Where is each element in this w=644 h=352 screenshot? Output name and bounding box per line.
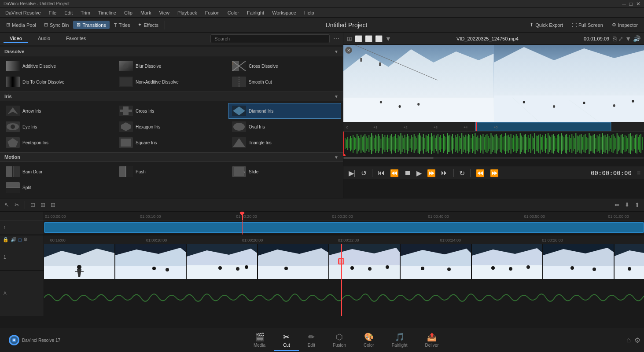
tab-video[interactable]: Video xyxy=(4,34,28,43)
preview-icon-1[interactable]: ⬜ xyxy=(355,35,362,42)
nav-item-deliver[interactable]: 📤 Deliver xyxy=(416,330,447,351)
effect-diamond-iris[interactable]: Diamond Iris xyxy=(228,103,341,119)
video-track-icon[interactable]: □ xyxy=(18,237,22,242)
menu-timeline[interactable]: Timeline xyxy=(95,9,120,16)
preview-icon-copy[interactable]: ⎘ xyxy=(613,35,616,42)
menu-davinci-resolve[interactable]: DaVinci Resolve xyxy=(2,9,44,16)
nav-item-color[interactable]: 🎨 Color xyxy=(355,330,383,351)
search-input[interactable] xyxy=(210,34,330,43)
tl-fwd2[interactable]: ⬆ xyxy=(633,201,641,209)
preview-icon-3[interactable]: ⬜ xyxy=(375,35,383,42)
effect-slide[interactable]: Slide xyxy=(228,164,341,180)
tl-fwd[interactable]: ⬇ xyxy=(623,201,631,209)
transport-fast-forward[interactable]: ⏩ xyxy=(488,168,500,178)
transitions-button[interactable]: ⊠ Transitions xyxy=(73,21,109,29)
transport-prev-frame[interactable]: ⏪ xyxy=(388,168,401,178)
menu-playback[interactable]: Playback xyxy=(174,9,201,16)
preview-icon-audio[interactable]: 🔊 xyxy=(633,35,640,42)
transport-replay[interactable]: ↻ xyxy=(457,168,467,178)
effect-blur-dissolve[interactable]: Blur Dissolve xyxy=(115,58,228,74)
nav-home-icon[interactable]: ⌂ xyxy=(626,336,631,344)
titles-button[interactable]: T Titles xyxy=(110,21,134,29)
quick-export-button[interactable]: ⬆ Quick Export xyxy=(526,21,567,29)
menu-workspace[interactable]: Workspace xyxy=(269,9,300,16)
tab-favorites[interactable]: Favorites xyxy=(60,34,92,43)
effects-button[interactable]: ✦ Effects xyxy=(134,21,162,29)
full-screen-button[interactable]: ⛶ Full Screen xyxy=(568,21,607,29)
nav-item-edit[interactable]: ✏ Edit xyxy=(299,330,324,351)
sync-bin-button[interactable]: ⊟ Sync Bin xyxy=(40,21,72,29)
tab-audio[interactable]: Audio xyxy=(32,34,56,43)
menu-fusion[interactable]: Fusion xyxy=(202,9,223,16)
audio-icon[interactable]: 🔊 xyxy=(11,237,17,242)
preview-icon-4[interactable]: ▼ xyxy=(385,35,391,42)
tl-mark-in[interactable]: ⊡ xyxy=(29,201,37,209)
transport-play-in[interactable]: ▶| xyxy=(347,168,357,178)
tl-select-tool[interactable]: ↖ xyxy=(3,201,11,209)
preview-icon-2[interactable]: ⬜ xyxy=(365,35,372,42)
effect-square-iris[interactable]: Square Iris xyxy=(115,135,228,150)
window-close[interactable]: ✕ xyxy=(636,1,640,7)
tl-mark-out[interactable]: ⊞ xyxy=(39,201,47,209)
preview-icon-fit[interactable]: ⤢ xyxy=(618,35,623,42)
effect-non-additive[interactable]: Non-Additive Dissolve xyxy=(115,74,228,90)
effect-cross-iris[interactable]: Cross Iris xyxy=(115,103,228,119)
lock-icon[interactable]: 🔒 xyxy=(3,237,9,242)
nav-item-fairlight[interactable]: 🎵 Fairlight xyxy=(383,330,416,351)
effect-dip-to-color[interactable]: Dip To Color Dissolve xyxy=(2,74,115,90)
menu-trim[interactable]: Trim xyxy=(77,9,94,16)
effect-pentagon-iris[interactable]: Pentagon Iris xyxy=(2,135,115,150)
effect-oval-iris[interactable]: Oval Iris xyxy=(228,119,341,135)
transport-stop[interactable]: ⏹ xyxy=(402,168,413,178)
inspector-button[interactable]: ⚙ Inspector xyxy=(608,21,641,29)
preview-icon-grid[interactable]: ⊞ xyxy=(347,35,352,42)
effect-arrow-iris[interactable]: Arrow Iris xyxy=(2,103,115,119)
nav-item-cut[interactable]: ✂ Cut xyxy=(274,330,299,351)
slide-name: Slide xyxy=(249,169,258,174)
menu-edit[interactable]: Edit xyxy=(61,9,76,16)
effect-split[interactable]: Split xyxy=(2,180,115,195)
window-maximize[interactable]: □ xyxy=(629,1,633,7)
media-pool-button[interactable]: ⊞ Media Pool xyxy=(3,21,40,29)
upper-clip[interactable] xyxy=(44,222,644,233)
transport-menu-icon[interactable]: ≡ xyxy=(637,169,640,176)
menu-mark[interactable]: Mark xyxy=(137,9,155,16)
search-more-icon[interactable]: ⋯ xyxy=(333,35,339,42)
section-dissolve[interactable]: Dissolve ▼ xyxy=(0,47,343,56)
tl-ripple[interactable]: ⊟ xyxy=(49,201,57,209)
menu-view[interactable]: View xyxy=(155,9,173,16)
effect-eye-iris[interactable]: Eye Iris xyxy=(2,119,115,135)
transport-loop[interactable]: ↺ xyxy=(359,168,368,178)
transport-play[interactable]: ▶ xyxy=(415,168,423,178)
preview-icon-zoom[interactable]: ▼ xyxy=(625,35,631,42)
effect-hexagon-iris[interactable]: Hexagon Iris xyxy=(115,119,228,135)
svg-rect-178 xyxy=(484,137,485,150)
window-minimize[interactable]: ─ xyxy=(622,1,626,7)
menu-clip[interactable]: Clip xyxy=(121,9,136,16)
transport-rewind[interactable]: ⏪ xyxy=(474,168,486,178)
menu-help[interactable]: Help xyxy=(301,9,318,16)
track-settings-icon[interactable]: ⚙ xyxy=(23,237,28,242)
close-preview-button[interactable]: ✕ xyxy=(345,47,352,54)
menu-color[interactable]: Color xyxy=(224,9,243,16)
effect-barn-door[interactable]: Barn Door xyxy=(2,164,115,180)
svg-rect-154 xyxy=(452,134,453,154)
thumb-push xyxy=(119,166,133,177)
effect-push[interactable]: Push xyxy=(115,164,228,180)
menu-fairlight[interactable]: Fairlight xyxy=(243,9,268,16)
tl-back[interactable]: ⬅ xyxy=(613,201,621,209)
effect-triangle-iris[interactable]: Triangle Iris xyxy=(228,135,341,150)
section-motion[interactable]: Motion ▼ xyxy=(0,152,343,162)
effect-additive-dissolve[interactable]: Additive Dissolve xyxy=(2,58,115,74)
effect-cross-dissolve[interactable]: ! Cross Dissolve xyxy=(228,58,341,74)
effect-smooth-cut[interactable]: Smooth Cut xyxy=(228,74,341,90)
tl-trim-tool[interactable]: ✂ xyxy=(13,201,21,209)
transport-go-to-start[interactable]: ⏮ xyxy=(376,168,386,178)
transport-go-to-end[interactable]: ⏭ xyxy=(439,168,450,178)
section-iris[interactable]: Iris ▼ xyxy=(0,92,343,101)
transport-next-frame[interactable]: ⏩ xyxy=(425,168,438,178)
nav-item-media[interactable]: 🎬 Media xyxy=(245,330,274,351)
nav-item-fusion[interactable]: ⬡ Fusion xyxy=(324,330,355,351)
nav-settings-icon[interactable]: ⚙ xyxy=(634,336,640,345)
menu-file[interactable]: File xyxy=(45,9,60,16)
